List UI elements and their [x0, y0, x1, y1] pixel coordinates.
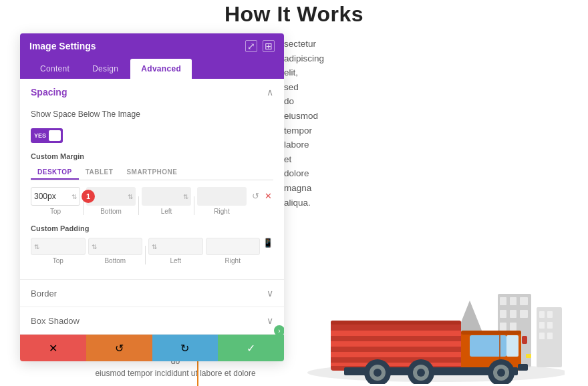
device-tab-tablet[interactable]: TABLET	[79, 166, 120, 180]
svg-rect-3	[520, 297, 528, 305]
padding-top-group: ⇅ Top	[31, 238, 86, 264]
svg-rect-27	[470, 335, 506, 357]
panel-header-icons: ⤢ ⊞	[245, 40, 275, 52]
svg-point-41	[497, 369, 505, 377]
svg-rect-1	[500, 297, 506, 305]
svg-rect-2	[510, 297, 517, 305]
padding-left-link: ⇅	[152, 243, 157, 250]
show-space-label: Show Space Below The Image	[31, 110, 140, 119]
box-shadow-toggle-icon[interactable]: ∨	[267, 315, 273, 326]
svg-rect-6	[520, 310, 528, 318]
cancel-icon: ✕	[49, 342, 57, 355]
bottom-bar-cancel-button[interactable]: ✕	[20, 335, 86, 361]
toggle-knob	[49, 130, 61, 141]
svg-rect-30	[522, 336, 527, 344]
padding-inputs-row: ⇅ Top ⇅ Bottom	[31, 238, 273, 264]
margin-top-value: 300px	[34, 192, 71, 201]
padding-bottom-field[interactable]: ⇅	[88, 238, 143, 255]
margin-divider-3	[194, 196, 194, 215]
panel-close-icon[interactable]: ⊞	[263, 40, 275, 52]
svg-rect-22	[331, 352, 461, 357]
panel-body: Spacing ∧ Show Space Below The Image YES…	[20, 79, 284, 335]
border-toggle-icon[interactable]: ∨	[267, 288, 273, 299]
margin-row-actions: ↺ ✕	[251, 190, 273, 202]
device-tab-desktop[interactable]: DESKTOP	[31, 166, 79, 180]
page-title: How It Works	[0, 2, 588, 27]
margin-clear-icon[interactable]: ✕	[263, 190, 273, 202]
margin-bottom-label: Bottom	[100, 208, 122, 215]
panel-header: Image Settings ⤢ ⊞	[20, 33, 284, 59]
show-space-toggle-row: Show Space Below The Image	[31, 110, 273, 119]
padding-bottom-link: ⇅	[92, 243, 97, 250]
panel-tabs: Content Design Advanced	[20, 59, 284, 79]
svg-rect-11	[547, 311, 553, 318]
svg-rect-14	[539, 333, 545, 339]
svg-rect-15	[547, 333, 553, 339]
spacing-section-header[interactable]: Spacing ∧	[20, 79, 284, 106]
bottom-bar-redo-button[interactable]: ↻	[152, 335, 218, 361]
padding-top-label: Top	[53, 257, 63, 264]
box-shadow-section-title: Box Shadow	[31, 316, 80, 326]
margin-bottom-link-icon: ⇅	[128, 193, 133, 200]
spacing-toggle-icon[interactable]: ∧	[267, 87, 273, 98]
svg-rect-5	[510, 310, 517, 318]
margin-top-label: Top	[50, 208, 61, 215]
svg-rect-28	[506, 335, 519, 357]
panel-expand-icon[interactable]: ⤢	[245, 40, 257, 52]
custom-padding-area: Custom Padding ⇅ Top	[31, 224, 273, 264]
svg-rect-32	[518, 364, 528, 371]
padding-left-pair: ⇅ Top ⇅ Bottom	[31, 238, 142, 264]
box-shadow-section: Box Shadow ∨	[20, 307, 284, 335]
box-shadow-section-header[interactable]: Box Shadow ∨	[20, 307, 284, 334]
svg-point-35	[374, 369, 382, 377]
panel-side-arrow[interactable]: ›	[274, 325, 284, 336]
svg-rect-20	[331, 331, 461, 336]
margin-bottom-group: ⇅ Bottom	[86, 187, 136, 215]
padding-left-label: Left	[170, 257, 181, 264]
margin-divider-2	[138, 196, 139, 215]
bottom-bar-undo-button[interactable]: ↺	[86, 335, 152, 361]
border-section-title: Border	[31, 288, 57, 299]
margin-inputs-row: 1 300px ⇅ Top ⇅	[31, 187, 273, 215]
padding-left-group: ⇅ Left	[148, 238, 203, 264]
padding-bottom-group: ⇅ Bottom	[88, 238, 143, 264]
padding-right-label: Right	[225, 257, 241, 264]
toggle-yes-label: YES	[34, 132, 46, 139]
device-tab-smartphone[interactable]: SMARTPHONE	[120, 166, 184, 180]
svg-rect-23	[331, 363, 461, 366]
padding-bottom-label: Bottom	[104, 257, 126, 264]
svg-rect-24	[331, 321, 461, 325]
show-space-toggle[interactable]: YES	[31, 128, 63, 143]
margin-reset-icon[interactable]: ↺	[251, 190, 261, 202]
padding-right-group: Right	[206, 238, 261, 264]
phone-icon: 📱	[263, 238, 273, 248]
padding-right-pair: ⇅ Left Right	[148, 238, 273, 264]
padding-left-field[interactable]: ⇅	[148, 238, 203, 255]
svg-rect-13	[547, 322, 553, 329]
margin-left-link-icon: ⇅	[183, 193, 188, 200]
tab-content[interactable]: Content	[29, 59, 80, 79]
spacing-section: Spacing ∧ Show Space Below The Image YES…	[20, 79, 284, 280]
custom-margin-label: Custom Margin	[31, 152, 273, 160]
svg-rect-8	[510, 323, 517, 331]
margin-top-field[interactable]: 300px ⇅	[31, 187, 80, 206]
image-settings-panel: Image Settings ⤢ ⊞ Content Design Advanc…	[20, 33, 284, 361]
tab-advanced[interactable]: Advanced	[130, 59, 192, 79]
svg-rect-26	[461, 331, 521, 335]
redo-icon: ↻	[180, 342, 189, 355]
padding-right-field[interactable]	[206, 238, 261, 255]
svg-rect-4	[500, 310, 506, 318]
padding-top-field[interactable]: ⇅	[31, 238, 86, 255]
device-tabs: DESKTOP TABLET SMARTPHONE	[31, 166, 273, 180]
custom-padding-label: Custom Padding	[31, 224, 273, 232]
svg-rect-42	[526, 354, 531, 358]
margin-badge: 1	[82, 190, 95, 203]
tab-design[interactable]: Design	[82, 59, 129, 79]
margin-top-link-icon: ⇅	[71, 193, 77, 200]
margin-left-field[interactable]: ⇅	[142, 187, 191, 206]
bottom-bar-save-button[interactable]: ✓	[218, 335, 284, 361]
border-section-header[interactable]: Border ∨	[20, 280, 284, 307]
svg-rect-21	[331, 341, 461, 347]
margin-left-label: Left	[161, 208, 172, 215]
margin-right-field[interactable]	[197, 187, 247, 206]
